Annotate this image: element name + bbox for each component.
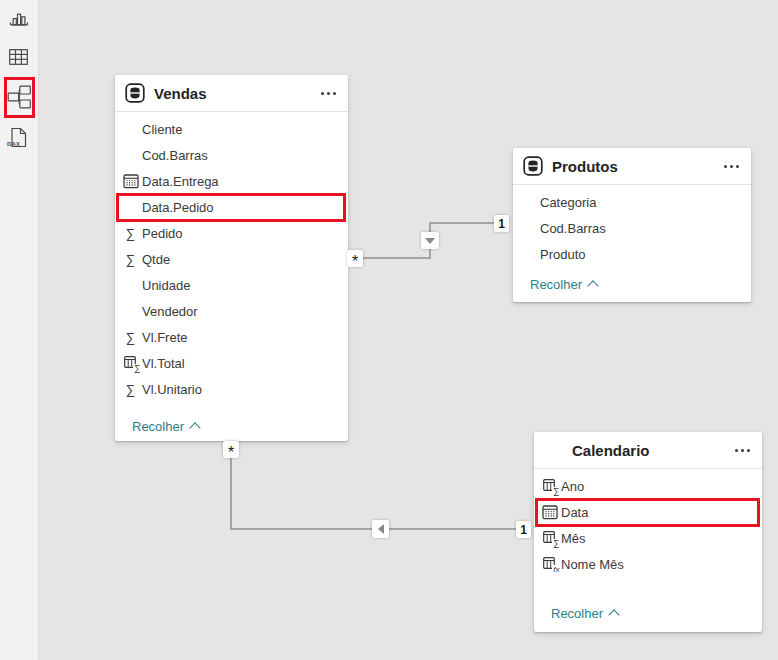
field-label: Data.Entrega [142,174,219,189]
table-card-header[interactable]: Vendas [115,75,348,112]
field-row[interactable]: ∑Pedido [115,220,348,246]
field-row[interactable]: ∑Mês [534,525,762,551]
collapse-label: Recolher [530,277,582,292]
database-table-icon [125,83,145,103]
table-icon [8,47,29,67]
many-label: * [228,439,234,461]
field-label: Ano [561,479,584,494]
field-row[interactable]: ∑Vl.Total [115,350,348,376]
field-label: Categoria [540,195,596,210]
field-row[interactable]: ∑Vl.Frete [115,324,348,350]
table-title: Produtos [552,158,724,175]
field-label: Mês [561,531,586,546]
dax-icon: DAX [7,127,30,149]
field-label: Qtde [142,252,170,267]
sidebar-item-model-view[interactable] [7,85,32,109]
relationship-line[interactable] [361,257,430,259]
field-icon-empty [122,121,139,137]
field-label: Cliente [142,122,182,137]
field-row[interactable]: Categoria [513,189,751,215]
sidebar-item-report-view[interactable] [9,10,29,29]
sigma-icon: ∑ [122,225,139,241]
field-icon-empty [122,303,139,319]
model-icon [7,85,32,109]
more-options-icon[interactable] [735,445,750,456]
bar-chart-icon [9,10,29,29]
field-row[interactable]: Cliente [115,116,348,142]
field-label: Data [561,505,588,520]
chevron-up-icon [608,609,619,620]
calendar-icon [122,173,139,189]
calendar-icon [541,504,558,520]
collapse-label: Recolher [132,419,184,434]
table-title: Vendas [154,85,321,102]
model-view-canvas: * 1 * 1 VendasClienteCod.BarrasData.Entr… [0,0,778,660]
field-icon-empty [122,199,139,215]
relationship-line[interactable] [230,457,232,530]
table-card-header[interactable]: Produtos [513,148,751,185]
field-label: Data.Pedido [142,200,214,215]
cardinality-one-label: 1 [494,215,509,232]
field-row[interactable]: Cod.Barras [115,142,348,168]
field-icon-empty [122,277,139,293]
field-label: Vl.Total [142,356,185,371]
table-card[interactable]: ProdutosCategoriaCod.BarrasProdutoRecolh… [513,148,751,302]
field-icon-empty [122,147,139,163]
table-cards-layer: VendasClienteCod.BarrasData.EntregaData.… [0,0,778,660]
field-label: Vendedor [142,304,198,319]
field-label: Cod.Barras [142,148,208,163]
field-label: Unidade [142,278,190,293]
field-label: Nome Mês [561,557,624,572]
table-sigma-icon: ∑ [541,478,558,494]
field-icon-empty [520,220,537,236]
database-table-icon [523,156,543,176]
field-row[interactable]: ∑Vl.Unitario [115,376,348,402]
field-row[interactable]: ∑Ano [534,473,762,499]
collapse-link[interactable]: Recolher [534,601,762,625]
filter-arrow-down-icon [421,232,439,249]
more-options-icon[interactable] [724,161,739,172]
one-label: 1 [498,218,505,230]
field-label: Vl.Unitario [142,382,202,397]
sigma-icon: ∑ [122,381,139,397]
table-card[interactable]: VendasClienteCod.BarrasData.EntregaData.… [115,75,348,441]
field-row[interactable]: Produto [513,241,751,267]
table-sigma-icon: ∑ [541,530,558,546]
field-row[interactable]: fxNome Mês [534,551,762,577]
collapse-label: Recolher [551,606,603,621]
field-icon-empty [520,246,537,262]
sigma-icon: ∑ [122,329,139,345]
sidebar-item-dax-query-view[interactable]: DAX [7,127,30,149]
cardinality-many-label: * [223,441,239,458]
sigma-icon: ∑ [122,251,139,267]
field-row[interactable]: Vendedor [115,298,348,324]
field-icon-empty [520,194,537,210]
field-row[interactable]: Data.Entrega [115,168,348,194]
chevron-up-icon [587,280,598,291]
field-row[interactable]: Cod.Barras [513,215,751,241]
table-card[interactable]: Calendario∑AnoData∑MêsfxNome MêsRecolher [534,432,762,632]
relationship-line[interactable] [429,222,496,224]
field-row[interactable]: Data.Pedido [115,194,348,220]
view-sidebar: DAX [0,0,39,660]
collapse-link[interactable]: Recolher [115,414,348,438]
filter-arrow-left-icon [372,520,389,538]
table-card-header[interactable]: Calendario [534,432,762,469]
field-row[interactable]: Unidade [115,272,348,298]
dax-icon-label: DAX [7,141,20,147]
many-label: * [352,248,358,270]
field-row[interactable]: Data [534,499,762,525]
one-label: 1 [520,524,527,536]
table-title: Calendario [572,442,735,459]
field-label: Vl.Frete [142,330,188,345]
field-label: Pedido [142,226,182,241]
sidebar-item-data-view[interactable] [8,47,29,67]
cardinality-one-label: 1 [516,521,531,538]
table-fx-icon: fx [541,556,558,572]
collapse-link[interactable]: Recolher [513,272,751,296]
field-row[interactable]: ∑Qtde [115,246,348,272]
more-options-icon[interactable] [321,88,336,99]
field-label: Cod.Barras [540,221,606,236]
chevron-up-icon [189,422,200,433]
table-sigma-icon: ∑ [122,355,139,371]
